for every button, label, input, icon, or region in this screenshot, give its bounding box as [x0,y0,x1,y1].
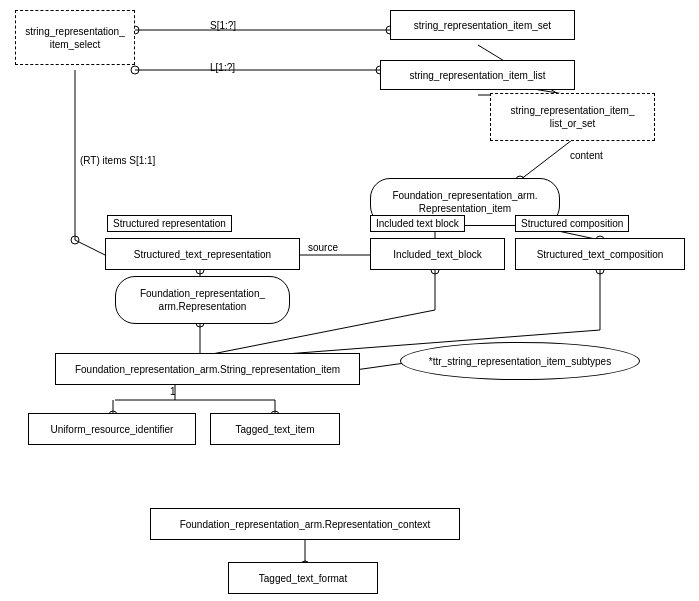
svg-point-4 [131,66,139,74]
label-s: S[1:?] [210,20,236,31]
diagram-container: string_representation_ item_select S[1:?… [0,0,699,601]
section-included-text-block: Included text block [370,215,465,232]
svg-point-12 [71,236,79,244]
node-structured-text-representation: Structured_text_representation [105,238,300,270]
label-rt-items: (RT) items S[1:1] [80,155,155,166]
node-tagged-text-format: Tagged_text_format [228,562,378,594]
section-structured-representation: Structured representation [107,215,232,232]
node-string-representation-item-set: string_representation_item_set [390,10,575,40]
label-content: content [570,150,603,161]
svg-line-30 [355,363,405,370]
node-ttr-string-subtypes: *ttr_string_representation_item_subtypes [400,342,640,380]
svg-line-9 [520,140,572,180]
node-foundation-string-representation-item: Foundation_representation_arm.String_rep… [55,353,360,385]
label-source: source [308,242,338,253]
node-string-representation-item-list: string_representation_item_list [380,60,575,90]
node-included-text-block: Included_text_block [370,238,505,270]
section-structured-composition: Structured composition [515,215,629,232]
svg-line-13 [75,240,105,255]
node-string-representation-item-list-or-set: string_representation_item_ list_or_set [490,93,655,141]
label-one: 1 [170,386,176,397]
node-structured-text-composition: Structured_text_composition [515,238,685,270]
node-tagged-text-item: Tagged_text_item [210,413,340,445]
node-string-representation-item-select: string_representation_ item_select [15,10,135,65]
node-foundation-representation-context: Foundation_representation_arm.Representa… [150,508,460,540]
label-l: L[1:?] [210,62,235,73]
node-foundation-representation-arm-representation: Foundation_representation_ arm.Represent… [115,276,290,324]
node-uniform-resource-identifier: Uniform_resource_identifier [28,413,196,445]
